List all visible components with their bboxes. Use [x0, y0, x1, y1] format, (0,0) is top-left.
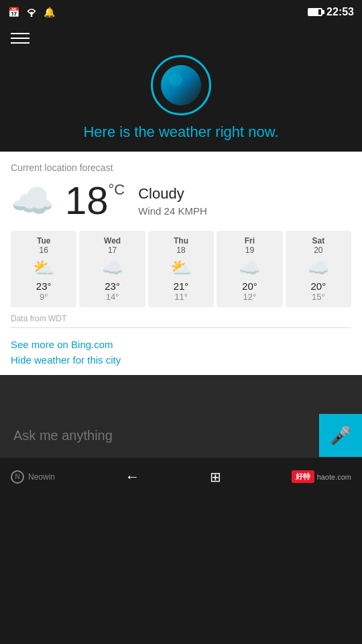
neowin-logo: N: [11, 470, 24, 484]
haote-badge: 好特: [292, 470, 314, 483]
status-icons-left: 📅 🔔: [8, 7, 55, 17]
forecast-day-1: Wed 17 ☁️ 23 14: [79, 231, 145, 307]
notification-icon: 🔔: [44, 7, 55, 17]
day-label-0: Tue: [13, 236, 74, 246]
links-section: See more on Bing.com Hide weather for th…: [11, 332, 351, 370]
day-icon-2: ⛅: [151, 259, 211, 276]
temperature-unit: °C: [109, 181, 125, 199]
current-temperature: 18: [65, 181, 109, 220]
day-low-1: 14: [82, 292, 142, 302]
wind-label: Wind 24 KMPH: [138, 205, 207, 217]
cortana-header: Here is the weather right now.: [0, 24, 362, 152]
day-high-4: 20: [288, 280, 349, 292]
day-high-2: 21: [151, 280, 211, 292]
day-label-1: Wed: [82, 236, 142, 246]
ask-me-bar: 🎤: [0, 414, 362, 457]
day-icon-1: ☁️: [82, 259, 142, 276]
day-num-0: 16: [13, 246, 74, 255]
data-source-label: Data from WDT: [11, 314, 351, 323]
day-high-3: 20: [219, 280, 280, 292]
day-low-2: 11: [151, 292, 211, 302]
day-high-0: 23: [13, 280, 74, 292]
forecast-day-0: Tue 16 ⛅ 23 9: [11, 231, 76, 307]
current-description: Cloudy Wind 24 KMPH: [138, 185, 207, 217]
status-bar: 📅 🔔 22:53: [0, 0, 362, 24]
wifi-icon: [25, 7, 38, 17]
battery-icon: [308, 8, 322, 16]
microphone-button[interactable]: 🎤: [319, 414, 362, 457]
day-icon-3: ☁️: [219, 259, 280, 276]
bing-link[interactable]: See more on Bing.com: [11, 339, 351, 350]
weather-card: Current location forecast ☁️ 18 °C Cloud…: [0, 152, 362, 375]
brand-label: Neowin: [28, 472, 55, 482]
haote-label: haote.com: [317, 473, 351, 481]
day-label-4: Sat: [288, 236, 349, 246]
day-icon-4: ☁️: [288, 259, 349, 276]
day-low-0: 9: [13, 292, 74, 302]
back-button[interactable]: ←: [125, 468, 140, 486]
condition-label: Cloudy: [138, 185, 207, 203]
status-time: 22:53: [326, 6, 354, 18]
forecast-grid: Tue 16 ⛅ 23 9 Wed 17 ☁️ 23 14 Thu 18 ⛅ 2…: [11, 231, 351, 307]
day-label-2: Thu: [151, 236, 211, 246]
day-num-1: 17: [82, 246, 142, 255]
svg-point-0: [31, 15, 33, 17]
day-icon-0: ⛅: [13, 259, 74, 276]
taskbar-left: N Neowin: [11, 470, 55, 484]
current-weather: ☁️ 18 °C Cloudy Wind 24 KMPH: [11, 181, 351, 220]
forecast-day-4: Sat 20 ☁️ 20 15: [286, 231, 351, 307]
forecast-day-2: Thu 18 ⛅ 21 11: [148, 231, 214, 307]
bottom-spacer: [0, 375, 362, 414]
day-label-3: Fri: [219, 236, 280, 246]
taskbar: N Neowin ← ⊞ 好特 haote.com: [0, 457, 362, 496]
day-num-4: 20: [288, 246, 349, 255]
day-high-1: 23: [82, 280, 142, 292]
status-right: 22:53: [308, 6, 354, 18]
divider: [11, 327, 351, 328]
day-num-2: 18: [151, 246, 211, 255]
day-low-3: 12: [219, 292, 280, 302]
menu-button[interactable]: [11, 27, 29, 50]
cortana-message: Here is the weather right now.: [83, 123, 278, 141]
hide-weather-link[interactable]: Hide weather for this city: [11, 354, 351, 366]
microphone-icon: 🎤: [330, 425, 351, 446]
day-num-3: 19: [219, 246, 280, 255]
ask-input[interactable]: [0, 428, 319, 443]
day-low-4: 15: [288, 292, 349, 302]
windows-button[interactable]: ⊞: [210, 469, 221, 485]
current-weather-icon: ☁️: [11, 183, 54, 218]
calendar-icon: 📅: [8, 7, 19, 17]
taskbar-right: 好特 haote.com: [292, 470, 351, 483]
cortana-logo: [151, 55, 211, 115]
location-label: Current location forecast: [11, 162, 351, 173]
forecast-day-3: Fri 19 ☁️ 20 12: [217, 231, 282, 307]
